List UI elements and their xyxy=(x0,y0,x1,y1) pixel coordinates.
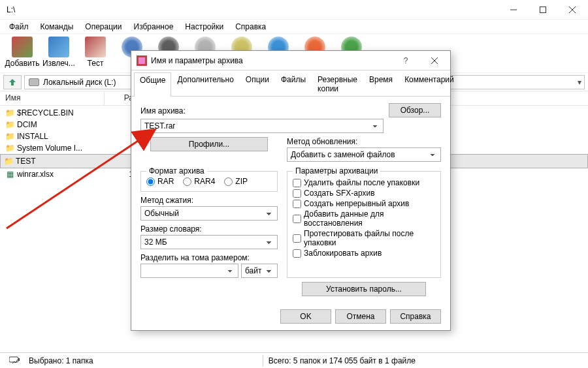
folder-icon: 📁 xyxy=(5,120,14,129)
param-check-3[interactable]: Добавить данные для восстановления xyxy=(293,209,435,228)
folder-icon: 📁 xyxy=(4,157,13,166)
volume-label: Разделить на тома размером: xyxy=(140,253,278,262)
menu-settings[interactable]: Настройки xyxy=(180,21,229,33)
param-check-0[interactable]: Удалить файлы после упаковки xyxy=(293,178,435,187)
winrar-icon xyxy=(137,55,147,66)
update-method-label: Метод обновления: xyxy=(287,137,441,146)
menu-help[interactable]: Справка xyxy=(230,21,271,33)
svg-rect-2 xyxy=(18,358,20,361)
status-icon xyxy=(5,356,25,365)
format-legend: Формат архива xyxy=(146,166,207,176)
file-name: INSTALL xyxy=(17,132,108,141)
param-check-2[interactable]: Создать непрерывный архив xyxy=(293,199,435,208)
file-name: System Volume I... xyxy=(17,144,108,153)
column-name[interactable]: Имя xyxy=(0,91,105,105)
volume-unit-select[interactable]: байт xyxy=(241,264,278,278)
path-label: Локальный диск (L:) xyxy=(43,78,116,87)
tool-2[interactable]: Тест xyxy=(77,37,114,68)
menu-commands[interactable]: Команды xyxy=(35,21,79,33)
disk-icon xyxy=(29,78,39,86)
password-button[interactable]: Установить пароль... xyxy=(302,282,426,296)
file-name: $RECYCLE.BIN xyxy=(17,108,108,117)
archive-name-label: Имя архива: xyxy=(140,106,384,115)
param-check-1[interactable]: Создать SFX-архив xyxy=(293,189,435,198)
menu-operations[interactable]: Операции xyxy=(80,21,127,33)
svg-rect-4 xyxy=(139,57,145,64)
browse-button[interactable]: Обзор... xyxy=(389,103,441,117)
compression-label: Метод сжатия: xyxy=(140,196,278,205)
tab-6[interactable]: Комментарий xyxy=(399,72,460,96)
dialog-help-button[interactable]: ? xyxy=(391,52,420,70)
profiles-button[interactable]: Профили... xyxy=(150,137,268,151)
format-radio-rar4[interactable]: RAR4 xyxy=(183,177,215,186)
tool-1[interactable]: Извлеч... xyxy=(41,37,77,68)
dialog-title: Имя и параметры архива xyxy=(151,56,391,65)
file-name: DCIM xyxy=(17,120,108,129)
file-name: TEST xyxy=(16,157,107,166)
svg-rect-0 xyxy=(540,7,546,12)
param-check-4[interactable]: Протестировать файлы после упаковки xyxy=(293,229,435,247)
menu-favorites[interactable]: Избранное xyxy=(129,21,179,33)
params-legend: Параметры архивации xyxy=(293,166,380,176)
dictionary-select[interactable]: 32 МБ xyxy=(140,235,278,249)
tool-0[interactable]: Добавить xyxy=(4,37,41,68)
format-radio-rar[interactable]: RAR xyxy=(146,177,174,186)
minimize-button[interactable] xyxy=(498,0,528,20)
param-check-5[interactable]: Заблокировать архив xyxy=(293,249,435,258)
format-radio-zip[interactable]: ZIP xyxy=(224,177,248,186)
tab-4[interactable]: Резервные копии xyxy=(312,72,363,96)
tab-2[interactable]: Опции xyxy=(240,72,275,96)
archive-dialog: Имя и параметры архива ? ОбщиеДополнител… xyxy=(131,50,451,331)
folder-icon: 📁 xyxy=(5,144,14,153)
update-method-select[interactable]: Добавить с заменой файлов xyxy=(287,147,441,162)
folder-icon: 📁 xyxy=(5,108,14,117)
up-button[interactable] xyxy=(3,75,22,89)
file-name: winrar.xlsx xyxy=(17,170,108,179)
folder-icon: 📁 xyxy=(5,132,14,141)
cancel-button[interactable]: Отмена xyxy=(335,309,386,324)
archive-name-input[interactable]: TEST.rar xyxy=(140,119,384,133)
dictionary-label: Размер словаря: xyxy=(140,224,278,234)
excel-icon: ▦ xyxy=(5,170,14,179)
dialog-help-footer-button[interactable]: Справка xyxy=(390,309,441,324)
dialog-close-button[interactable] xyxy=(420,52,449,70)
status-selected: Выбрано: 1 папка xyxy=(25,356,97,365)
ok-button[interactable]: OK xyxy=(280,309,331,324)
tool-label: Извлеч... xyxy=(42,59,75,68)
tab-0[interactable]: Общие xyxy=(134,72,171,97)
volume-size-select[interactable] xyxy=(140,264,238,278)
chevron-down-icon[interactable]: ▾ xyxy=(578,78,581,87)
menu-file[interactable]: Файл xyxy=(4,21,34,33)
tab-1[interactable]: Дополнительно xyxy=(171,72,239,96)
tab-3[interactable]: Файлы xyxy=(275,72,312,96)
window-title: L:\ xyxy=(7,5,498,14)
compression-select[interactable]: Обычный xyxy=(140,206,278,221)
tab-5[interactable]: Время xyxy=(363,72,399,96)
menubar: Файл Команды Операции Избранное Настройк… xyxy=(0,20,588,34)
maximize-button[interactable] xyxy=(528,0,557,20)
close-button[interactable] xyxy=(557,0,587,20)
status-total: Всего: 5 папок и 174 055 байт в 1 файле xyxy=(265,356,419,365)
tool-label: Тест xyxy=(88,59,104,68)
tool-label: Добавить xyxy=(5,59,39,68)
